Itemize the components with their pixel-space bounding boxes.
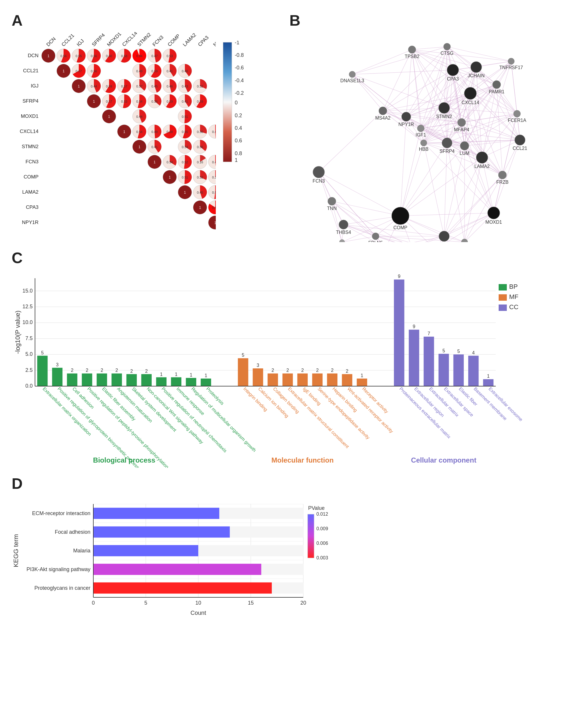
svg-text:-0.8: -0.8	[235, 52, 244, 58]
svg-rect-148	[223, 42, 232, 162]
svg-text:0.44: 0.44	[136, 115, 142, 118]
svg-text:0.40: 0.40	[182, 69, 188, 73]
panel-d-label: D	[12, 475, 561, 492]
svg-text:1: 1	[199, 206, 201, 210]
svg-point-421	[438, 102, 450, 113]
svg-text:STMN2: STMN2	[436, 114, 452, 119]
svg-text:STMN2: STMN2	[21, 144, 39, 149]
svg-rect-598	[308, 514, 314, 558]
svg-line-296	[447, 47, 462, 122]
svg-text:9: 9	[413, 324, 415, 329]
svg-line-168	[400, 216, 465, 242]
svg-line-366	[412, 50, 511, 61]
svg-text:0.006: 0.006	[316, 541, 328, 546]
svg-rect-468	[37, 356, 48, 386]
svg-text:5: 5	[242, 353, 244, 358]
svg-text:0.41: 0.41	[166, 69, 173, 73]
svg-text:0.32: 0.32	[197, 175, 203, 179]
svg-text:0.51: 0.51	[182, 175, 188, 179]
svg-text:0.67: 0.67	[75, 69, 82, 73]
svg-rect-555	[499, 284, 507, 291]
svg-text:0.009: 0.009	[316, 526, 328, 531]
svg-text:Immune response: Immune response	[175, 386, 206, 416]
svg-text:CC: CC	[509, 303, 518, 311]
svg-text:MFAP4: MFAP4	[454, 127, 469, 132]
svg-text:TNN: TNN	[327, 206, 336, 211]
svg-text:1: 1	[160, 372, 163, 377]
svg-rect-510	[268, 373, 278, 386]
svg-text:STMN2: STMN2	[136, 32, 152, 48]
panel-c: C 0.02.55.07.510.012.515.0-log10(P value…	[12, 249, 561, 469]
svg-text:0.45: 0.45	[151, 85, 157, 88]
svg-text:2: 2	[346, 369, 349, 374]
svg-text:1: 1	[123, 130, 125, 134]
svg-text:DCN: DCN	[28, 53, 39, 58]
svg-text:NPY1R: NPY1R	[22, 220, 39, 225]
svg-text:10: 10	[195, 600, 201, 606]
svg-text:MOXD1: MOXD1	[485, 220, 502, 224]
svg-text:5: 5	[41, 350, 44, 355]
svg-text:0.57: 0.57	[106, 100, 112, 103]
svg-text:THBS4: THBS4	[336, 230, 351, 235]
svg-text:0.54: 0.54	[136, 100, 142, 103]
svg-line-213	[444, 175, 503, 236]
svg-rect-477	[82, 373, 93, 386]
svg-text:1: 1	[139, 145, 141, 149]
svg-text:1: 1	[175, 372, 177, 377]
svg-text:IGF1: IGF1	[416, 133, 426, 137]
svg-text:TNFRSF17: TNFRSF17	[499, 65, 523, 70]
svg-text:0.49: 0.49	[212, 130, 216, 134]
svg-text:1: 1	[487, 374, 489, 378]
svg-point-397	[372, 233, 379, 240]
svg-text:0.8: 0.8	[235, 151, 242, 156]
svg-text:2.5: 2.5	[25, 367, 33, 373]
correlation-matrix-svg: DCNCCL21IGJSFRP4MOXD1CXCL14STMN2FCN3COMP…	[12, 32, 216, 242]
svg-text:SFRP4: SFRP4	[91, 33, 106, 48]
svg-text:0.43: 0.43	[182, 85, 188, 88]
svg-text:FCER1A: FCER1A	[508, 118, 526, 123]
svg-text:1: 1	[205, 373, 207, 378]
svg-text:0.48: 0.48	[212, 160, 216, 164]
svg-text:2: 2	[115, 368, 118, 373]
svg-rect-579	[93, 508, 219, 519]
svg-text:LUM: LUM	[460, 151, 469, 156]
svg-line-362	[352, 50, 412, 74]
svg-point-449	[514, 110, 521, 117]
svg-text:0.47: 0.47	[151, 54, 157, 58]
svg-text:0.32: 0.32	[197, 85, 203, 88]
svg-rect-557	[499, 294, 507, 301]
svg-text:MF: MF	[509, 293, 518, 300]
svg-text:COMP: COMP	[166, 33, 181, 47]
svg-point-395	[339, 220, 348, 229]
svg-text:0.94: 0.94	[136, 54, 142, 58]
svg-line-367	[352, 47, 447, 74]
svg-line-208	[412, 213, 494, 242]
svg-point-425	[402, 112, 411, 121]
svg-text:12.5: 12.5	[22, 304, 33, 309]
svg-point-439	[349, 71, 356, 77]
svg-rect-498	[186, 378, 196, 386]
svg-text:-0.2: -0.2	[235, 90, 244, 96]
svg-text:NPY1R: NPY1R	[212, 32, 216, 48]
svg-text:1: 1	[78, 84, 80, 88]
svg-text:CXCL14: CXCL14	[461, 100, 479, 105]
svg-text:IGJ: IGJ	[75, 38, 85, 48]
svg-text:0.4: 0.4	[235, 125, 242, 131]
svg-text:0.16: 0.16	[197, 160, 203, 164]
svg-text:CCL21: CCL21	[23, 68, 39, 73]
svg-text:0.52: 0.52	[182, 160, 188, 164]
svg-text:CPA3: CPA3	[26, 204, 39, 210]
svg-text:FBLN5: FBLN5	[368, 240, 383, 242]
svg-text:DNASE1L3: DNASE1L3	[340, 78, 364, 83]
svg-text:0.41: 0.41	[182, 100, 188, 103]
svg-text:0.49: 0.49	[136, 69, 142, 73]
svg-rect-516	[298, 373, 308, 386]
svg-text:9: 9	[398, 274, 400, 279]
svg-text:1: 1	[169, 175, 171, 179]
svg-text:0.0: 0.0	[25, 383, 33, 389]
svg-text:FCN3: FCN3	[151, 35, 164, 48]
svg-rect-559	[499, 305, 507, 311]
svg-text:COMP: COMP	[23, 174, 39, 180]
svg-text:0.59: 0.59	[166, 100, 173, 103]
svg-text:Malaria: Malaria	[73, 548, 91, 554]
